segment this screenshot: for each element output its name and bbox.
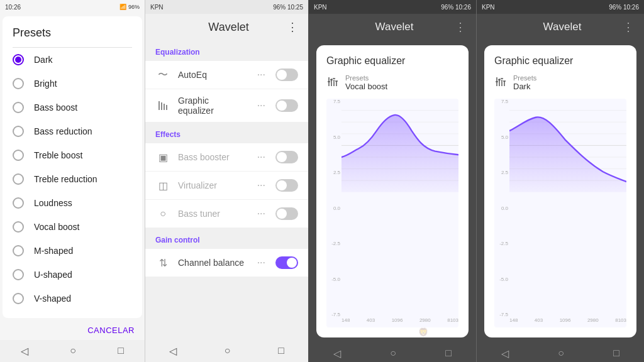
preset-label-vocal-boost: Vocal boost xyxy=(34,222,79,232)
preset-item-treble-reduction[interactable]: Treble reduction xyxy=(8,167,137,191)
wavelet-header: Wavelet ⋮ xyxy=(145,14,308,40)
bass-tuner-more-button[interactable]: ··· xyxy=(255,208,268,219)
radio-vocal-boost[interactable] xyxy=(13,221,24,233)
eq-card-3: Graphic equalizer Presets xyxy=(316,45,469,337)
cancel-bar: CANCELAR xyxy=(0,321,145,340)
preset-label-treble-boost: Treble boost xyxy=(34,150,82,160)
nav-bar-3: ◁ ○ □ xyxy=(309,343,476,362)
presets-panel: 10:26 📶 96% Presets Dark Bright Bass boo… xyxy=(0,0,145,362)
eq-preset-value-3: Vocal boost xyxy=(345,82,387,91)
back-button-4[interactable]: ◁ xyxy=(501,348,509,359)
radio-u-shaped[interactable] xyxy=(13,269,24,280)
eq-more-4[interactable]: ⋮ xyxy=(623,20,634,34)
eq-chart-4: 7.5 5.0 2.5 0.0 -2.5 -5.0 -7.5 xyxy=(494,99,626,327)
presets-content: Presets Dark Bright Bass boost Bass redu… xyxy=(3,16,142,318)
setting-graphic-eq: Graphic equalizer ··· xyxy=(145,89,308,122)
preset-label-m-shaped: M-shaped xyxy=(34,246,73,256)
bass-tuner-toggle[interactable] xyxy=(275,207,298,220)
recents-button-1[interactable]: □ xyxy=(118,345,124,357)
radio-m-shaped[interactable] xyxy=(13,245,24,256)
eq-y-labels-4: 7.5 5.0 2.5 0.0 -2.5 -5.0 -7.5 xyxy=(494,99,509,317)
back-button-3[interactable]: ◁ xyxy=(333,348,341,359)
preset-item-bright[interactable]: Bright xyxy=(8,72,137,96)
radio-bass-reduction[interactable] xyxy=(13,126,24,137)
eq-preset-info-3: Presets Vocal boost xyxy=(345,74,387,91)
bass-tuner-label: Bass tuner xyxy=(178,209,247,219)
preset-item-loudness[interactable]: Loudness xyxy=(8,191,137,215)
section-effects: Effects xyxy=(145,123,308,143)
home-button-2[interactable]: ○ xyxy=(225,345,231,357)
wavelet-title: Wavelet xyxy=(170,21,287,34)
home-button-4[interactable]: ○ xyxy=(558,348,564,359)
preset-item-bass-reduction[interactable]: Bass reduction xyxy=(8,119,137,143)
eq-preset-row-4: Presets Dark xyxy=(494,74,626,91)
status-right-3: 96% 10:26 xyxy=(441,4,471,11)
more-options-button[interactable]: ⋮ xyxy=(287,20,298,34)
channel-balance-more-button[interactable]: ··· xyxy=(255,257,268,268)
bass-booster-more-button[interactable]: ··· xyxy=(255,151,268,163)
virtualizer-icon: ◫ xyxy=(155,178,170,193)
radio-v-shaped[interactable] xyxy=(13,293,24,304)
back-button-2[interactable]: ◁ xyxy=(169,345,177,357)
radio-bass-boost[interactable] xyxy=(13,102,24,113)
section-gain-control: Gain control xyxy=(145,228,308,248)
bass-booster-toggle[interactable] xyxy=(275,151,298,163)
eq-preset-value-4: Dark xyxy=(513,82,536,91)
preset-label-bass-reduction: Bass reduction xyxy=(34,126,92,136)
wavelet-panel: KPN 96% 10:25 Wavelet ⋮ Equalization 〜 A… xyxy=(145,0,308,362)
preset-label-v-shaped: V-shaped xyxy=(34,293,71,304)
eq-svg-4 xyxy=(509,99,626,192)
radio-bright[interactable] xyxy=(13,78,24,89)
autoeq-more-button[interactable]: ··· xyxy=(255,69,268,80)
eq-panel-dark: KPN 96% 10:26 Wavelet ⋮ Graphic equalize… xyxy=(476,0,644,362)
recents-button-4[interactable]: □ xyxy=(613,348,619,359)
status-icons-1: 📶 96% xyxy=(119,4,140,10)
cancel-button[interactable]: CANCELAR xyxy=(87,326,135,335)
recents-button-2[interactable]: □ xyxy=(278,345,284,357)
radio-loudness[interactable] xyxy=(13,197,24,209)
back-button-1[interactable]: ◁ xyxy=(21,345,28,357)
virtualizer-label: Virtualizer xyxy=(178,180,247,190)
virtualizer-toggle[interactable] xyxy=(275,179,298,192)
preset-item-m-shaped[interactable]: M-shaped xyxy=(8,239,137,263)
radio-treble-boost[interactable] xyxy=(13,150,24,161)
time-left-1: 10:26 xyxy=(5,4,21,11)
eq-header-4: Wavelet ⋮ xyxy=(477,14,644,40)
eq-preset-info-4: Presets Dark xyxy=(513,74,536,91)
preset-item-v-shaped[interactable]: V-shaped xyxy=(8,287,137,310)
nav-bar-1: ◁ ○ □ xyxy=(0,340,145,362)
eq-more-3[interactable]: ⋮ xyxy=(455,20,466,34)
graphic-eq-more-button[interactable]: ··· xyxy=(255,100,268,111)
eq-preset-icon-4 xyxy=(494,75,507,90)
preset-item-treble-boost[interactable]: Treble boost xyxy=(8,143,137,167)
channel-balance-toggle[interactable] xyxy=(275,256,298,269)
autoeq-label: AutoEq xyxy=(178,70,247,80)
recents-button-3[interactable]: □ xyxy=(445,348,452,359)
preset-item-u-shaped[interactable]: U-shaped xyxy=(8,263,137,287)
nav-bar-4: ◁ ○ □ xyxy=(477,343,644,362)
graphic-eq-toggle[interactable] xyxy=(275,99,298,112)
setting-autoeq: 〜 AutoEq ··· xyxy=(145,61,308,89)
virtualizer-more-button[interactable]: ··· xyxy=(255,180,268,191)
setting-bass-booster: ▣ Bass booster ··· xyxy=(145,143,308,171)
preset-label-loudness: Loudness xyxy=(34,198,72,208)
graphic-eq-icon xyxy=(155,98,170,113)
eq-x-labels-4: 148 403 1096 2980 8103 xyxy=(509,317,626,327)
preset-item-bass-boost[interactable]: Bass boost xyxy=(8,96,137,119)
home-button-3[interactable]: ○ xyxy=(390,348,396,359)
status-bar-1: 10:26 📶 96% xyxy=(0,0,145,14)
autoeq-icon: 〜 xyxy=(155,67,170,82)
home-button-1[interactable]: ○ xyxy=(70,345,76,357)
eq-title-4: Wavelet xyxy=(502,21,623,33)
status-bar-4: KPN 96% 10:26 xyxy=(477,0,644,14)
autoeq-toggle[interactable] xyxy=(275,69,298,81)
eq-card-4: Graphic equalizer Presets xyxy=(484,45,636,337)
carrier-2: KPN xyxy=(150,4,164,11)
preset-item-dark[interactable]: Dark xyxy=(8,48,137,72)
eq-preset-row-3: Presets Vocal boost xyxy=(326,74,458,91)
radio-treble-reduction[interactable] xyxy=(13,173,24,185)
nav-bar-2: ◁ ○ □ xyxy=(145,340,308,362)
preset-label-treble-reduction: Treble reduction xyxy=(34,174,97,184)
preset-item-vocal-boost[interactable]: Vocal boost xyxy=(8,215,137,239)
radio-dark[interactable] xyxy=(13,54,24,65)
